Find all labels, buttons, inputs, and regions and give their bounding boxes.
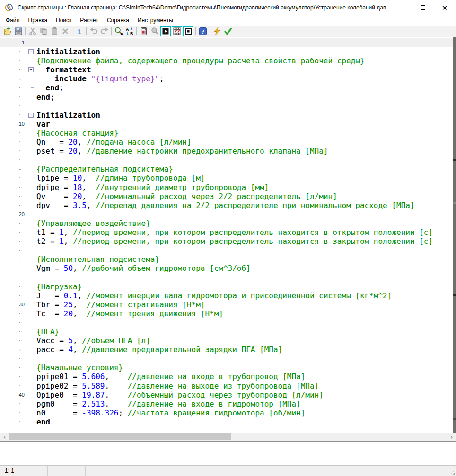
code-line[interactable]: · xyxy=(0,318,456,327)
stop-icon xyxy=(184,26,193,36)
close-button[interactable]: ✕ xyxy=(434,0,456,15)
scroll-left-arrow-icon[interactable]: ‹ xyxy=(0,433,9,441)
help-button[interactable]: ? xyxy=(197,26,208,36)
replace-button[interactable]: AB xyxy=(124,26,135,36)
menu-item-5[interactable]: Справка xyxy=(103,16,133,25)
code-line[interactable]: ·Tc = 20, //момент трения движения [Н*м] xyxy=(0,309,456,318)
apply-check-button[interactable] xyxy=(222,26,233,36)
code-line[interactable]: -{Исполнительная подсистема} xyxy=(0,255,456,264)
status-cell-2 xyxy=(48,466,86,476)
code-line[interactable]: ·ppipe01 = 5.606, //давление на входе в … xyxy=(0,372,456,381)
search-disabled-icon xyxy=(150,26,159,36)
line-number: · xyxy=(0,318,27,327)
scroll-right-arrow-icon[interactable]: › xyxy=(447,433,456,441)
run-button[interactable] xyxy=(160,26,171,36)
stop-button[interactable] xyxy=(183,26,193,36)
code-line[interactable]: ·dpv = 3.5, //перепад давления на 2/2 ра… xyxy=(0,201,456,210)
code-line[interactable]: ·J = 0.1, //момент инерции вала гидромот… xyxy=(0,291,456,300)
minimize-button[interactable] xyxy=(390,0,412,15)
line-number: · xyxy=(0,408,27,417)
line-number: · xyxy=(0,129,27,138)
code-line[interactable]: ·{Нагрузка} xyxy=(0,282,456,291)
code-line[interactable]: 10var xyxy=(0,120,456,129)
menu-item-6[interactable]: Инструменты xyxy=(133,16,177,25)
code-line[interactable]: ·lpipe = 10, //длина трубопровода [м] xyxy=(0,173,456,182)
code-line[interactable]: 1 xyxy=(0,38,456,47)
code-line[interactable]: ·t1 = 1, //период времени, при котором р… xyxy=(0,228,456,237)
code-line[interactable]: · xyxy=(0,273,456,282)
line-number: · xyxy=(0,273,27,282)
code-text xyxy=(35,273,36,282)
code-line[interactable]: ·Qv = 20, //номинальный расход через 2/2… xyxy=(0,192,456,201)
code-line[interactable]: · end; xyxy=(0,83,456,92)
statusbar: 1: 1 xyxy=(0,465,456,476)
collapse-minus-icon[interactable]: − xyxy=(28,49,34,54)
script-flash-button[interactable] xyxy=(211,26,222,36)
code-line[interactable]: - include "{liquid_type}"; xyxy=(0,74,456,83)
collapse-minus-icon[interactable]: − xyxy=(28,113,34,118)
code-line[interactable]: ·end; xyxy=(0,93,456,102)
goto-line-button[interactable]: 1 xyxy=(74,26,85,36)
code-line[interactable]: ·−Initialization xyxy=(0,111,456,120)
fold-collapse-toggle[interactable]: − xyxy=(27,65,35,74)
line-number: 40 xyxy=(0,390,27,399)
code-line[interactable]: 20 xyxy=(0,210,456,219)
code-line[interactable]: ·{Управляющее воздействие} xyxy=(0,219,456,228)
horizontal-scroll-thumb[interactable] xyxy=(9,433,231,440)
window-title: Скрипт страницы : Главная страница: C:\S… xyxy=(18,4,390,11)
code-line[interactable]: · xyxy=(0,156,456,164)
code-line[interactable]: ·{Начальные условия} xyxy=(0,363,456,372)
code-line[interactable]: ·{Насосная станция} xyxy=(0,129,456,138)
menu-item-3[interactable]: Поиск xyxy=(52,16,76,25)
code-line[interactable]: · xyxy=(0,102,456,111)
calculator-button[interactable] xyxy=(138,26,149,36)
fold-gutter xyxy=(27,93,35,102)
find-button[interactable]: A xyxy=(113,26,124,36)
save-file-button[interactable] xyxy=(13,26,24,36)
fold-collapse-toggle[interactable]: − xyxy=(27,47,35,56)
code-line[interactable]: ·{ПГА} xyxy=(0,327,456,336)
code-line[interactable]: ·pset = 20, //давление настройки предохр… xyxy=(0,147,456,156)
code-editor[interactable]: 1·−initialization·{Подключение файла, со… xyxy=(0,37,456,433)
animation-button[interactable] xyxy=(172,26,182,36)
code-line[interactable]: ·dpipe = 18, //внутренний диаметр трубоп… xyxy=(0,183,456,192)
code-line[interactable]: 40Qpipe0 = 19.87, //объемный расход чере… xyxy=(0,390,456,399)
code-line[interactable]: · xyxy=(0,354,456,363)
code-line[interactable]: ·−initialization xyxy=(0,47,456,56)
code-line[interactable]: -pacc = 4, //давление предварительной за… xyxy=(0,345,456,354)
code-line[interactable]: ·n0 = -398.326; //частота вращения гидро… xyxy=(0,408,456,417)
code-line[interactable]: ·end xyxy=(0,417,456,426)
maximize-button[interactable] xyxy=(412,0,434,15)
code-line[interactable]: ·Qn = 20, //подача насоса [л/мин] xyxy=(0,138,456,147)
code-line[interactable]: ·{Подключение файла, содержащего процеду… xyxy=(0,56,456,65)
code-line[interactable]: ·t2 = 1, //период времени, при котором р… xyxy=(0,237,456,246)
code-line[interactable]: ·ppipe02 = 5.589, //давление на выходе и… xyxy=(0,381,456,390)
code-line[interactable]: · xyxy=(0,246,456,255)
marker-strip[interactable] xyxy=(453,37,456,433)
code-text: var xyxy=(35,120,50,129)
code-text: J = 0.1, //момент инерции вала гидромото… xyxy=(35,291,392,300)
code-text: initialization xyxy=(35,47,100,56)
code-line[interactable]: -{Распределительная подсистема} xyxy=(0,164,456,173)
code-line[interactable]: ·pgm0 = 2.513, //давление на входе в гид… xyxy=(0,399,456,408)
code-line[interactable]: ·Vgm = 50, //рабочий объем гидромотора [… xyxy=(0,264,456,273)
menu-item-1[interactable]: Файл xyxy=(1,16,24,25)
code-line[interactable]: ·− formattext xyxy=(0,65,456,74)
find-icon: A xyxy=(114,26,123,36)
fold-collapse-toggle[interactable]: − xyxy=(27,111,35,120)
code-text: {Подключение файла, содержащего процедур… xyxy=(35,56,365,65)
collapse-minus-icon[interactable]: − xyxy=(28,67,34,72)
resize-grip-icon[interactable] xyxy=(450,470,454,474)
code-text xyxy=(35,354,36,363)
line-number: · xyxy=(0,173,27,182)
line-number: · xyxy=(0,417,27,426)
menu-item-2[interactable]: Правка xyxy=(24,16,52,25)
line-number: · xyxy=(0,264,27,273)
line-number: · xyxy=(0,354,27,363)
horizontal-scroll-track[interactable] xyxy=(9,433,447,441)
open-file-button[interactable] xyxy=(2,26,13,36)
menu-item-4[interactable]: Расчёт xyxy=(76,16,103,25)
line-number: - xyxy=(0,255,27,264)
code-line[interactable]: 30Tbr = 25, //момент страгивания [Н*м] xyxy=(0,300,456,309)
code-line[interactable]: ·Vacc = 5, //объем ПГА [л] xyxy=(0,336,456,345)
